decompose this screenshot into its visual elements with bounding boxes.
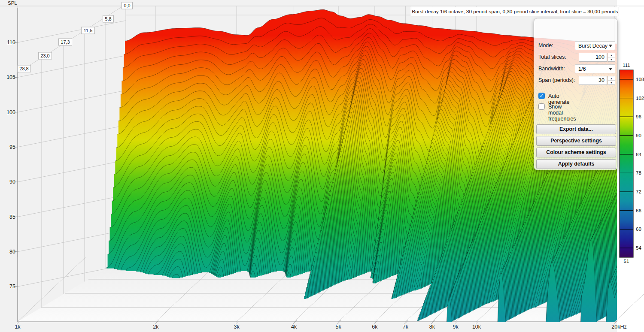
show-modal-frequencies-label: Show modal frequencies <box>548 104 576 122</box>
mode-value: Burst Decay <box>578 43 608 49</box>
span-input[interactable]: 30 <box>579 76 607 85</box>
plot-title: Burst decay 1/6 octave, 30 period span, … <box>411 7 619 16</box>
mode-label: Mode: <box>538 42 553 48</box>
apply-defaults-button[interactable]: Apply defaults <box>536 159 616 169</box>
bandwidth-row: Bandwidth: 1/6 <box>534 64 617 73</box>
bandwidth-dropdown[interactable]: 1/6 <box>575 64 615 73</box>
svg-text:105: 105 <box>6 74 15 80</box>
svg-text:7k: 7k <box>403 324 409 330</box>
svg-text:60: 60 <box>636 226 641 232</box>
svg-text:85: 85 <box>9 214 15 220</box>
span-label: Span (periods): <box>538 77 575 83</box>
svg-text:108: 108 <box>636 77 644 82</box>
svg-text:75: 75 <box>9 284 15 290</box>
bandwidth-label: Bandwidth: <box>538 66 565 72</box>
auto-generate-checkbox[interactable] <box>538 93 545 99</box>
burst-decay-app: { "header": { "spl_axis_label": "SPL", "… <box>0 0 644 332</box>
span-stepper[interactable]: ▲ ▼ <box>608 76 615 85</box>
spin-down-icon[interactable]: ▼ <box>608 80 615 85</box>
svg-text:96: 96 <box>636 114 641 119</box>
svg-text:72: 72 <box>636 189 641 194</box>
svg-text:80: 80 <box>9 249 15 255</box>
spin-down-icon[interactable]: ▼ <box>608 57 615 62</box>
mode-dropdown[interactable]: Burst Decay <box>575 41 615 50</box>
svg-text:20kHz: 20kHz <box>611 324 626 330</box>
svg-text:95: 95 <box>9 144 15 150</box>
export-data-button[interactable]: Export data... <box>536 124 616 134</box>
svg-text:2k: 2k <box>153 324 159 330</box>
svg-text:90: 90 <box>9 179 15 185</box>
svg-text:10k: 10k <box>472 324 481 330</box>
svg-text:0,0: 0,0 <box>124 3 130 8</box>
svg-text:90: 90 <box>636 133 641 138</box>
svg-text:5,8: 5,8 <box>105 16 111 21</box>
perspective-settings-button[interactable]: Perspective settings <box>536 136 616 146</box>
total-slices-label: Total slices: <box>538 54 566 60</box>
svg-text:110: 110 <box>7 39 15 45</box>
total-slices-stepper[interactable]: ▲ ▼ <box>608 53 615 62</box>
svg-text:6k: 6k <box>372 324 378 330</box>
svg-text:100: 100 <box>6 109 15 115</box>
chevron-down-icon <box>609 45 612 47</box>
spl-axis-label: SPL <box>8 0 17 6</box>
span-row: Span (periods): 30 ▲ ▼ <box>534 76 617 85</box>
svg-text:8k: 8k <box>429 324 435 330</box>
svg-text:51: 51 <box>624 259 629 264</box>
svg-text:5k: 5k <box>336 324 342 330</box>
svg-text:4k: 4k <box>291 324 297 330</box>
svg-text:3k: 3k <box>234 324 240 330</box>
svg-text:78: 78 <box>636 170 641 175</box>
chevron-down-icon <box>609 68 612 70</box>
colour-scheme-settings-button[interactable]: Colour scheme settings <box>536 148 616 157</box>
control-panel: Mode: Burst Decay Total slices: 100 ▲ ▼ … <box>534 18 618 170</box>
svg-text:66: 66 <box>636 208 641 213</box>
total-slices-row: Total slices: 100 ▲ ▼ <box>534 53 617 62</box>
svg-text:28,8: 28,8 <box>19 66 28 71</box>
svg-text:1k: 1k <box>15 324 21 330</box>
total-slices-input[interactable]: 100 <box>579 53 607 62</box>
svg-text:11,5: 11,5 <box>84 28 93 33</box>
bandwidth-value: 1/6 <box>578 66 586 72</box>
auto-generate-label: Auto generate <box>548 93 569 105</box>
mode-row: Mode: Burst Decay <box>534 41 617 50</box>
svg-text:17,3: 17,3 <box>61 39 70 45</box>
svg-text:23,0: 23,0 <box>40 53 49 58</box>
svg-text:54: 54 <box>636 245 641 251</box>
svg-text:84: 84 <box>636 152 641 157</box>
svg-text:9k: 9k <box>453 324 459 330</box>
svg-text:102: 102 <box>636 96 644 101</box>
svg-text:111: 111 <box>623 63 630 68</box>
show-modal-frequencies-checkbox[interactable] <box>538 103 545 110</box>
